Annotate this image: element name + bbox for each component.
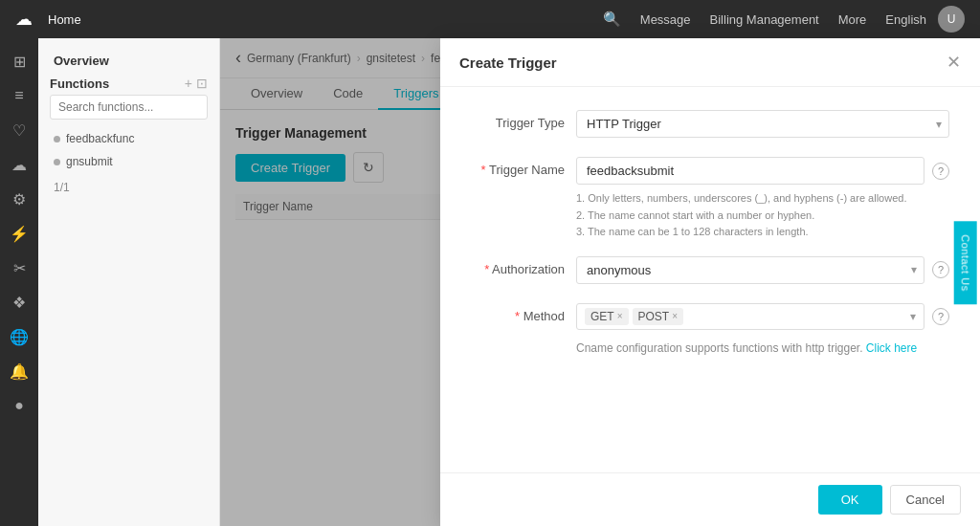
cancel-button[interactable]: Cancel <box>890 485 961 515</box>
sidebar-icon-heart[interactable]: ♡ <box>4 115 34 145</box>
trigger-name-label: * Trigger Name <box>471 157 576 177</box>
method-tag-get: GET × <box>585 308 629 325</box>
logo-icon[interactable]: ☁ <box>15 9 33 30</box>
trigger-name-help-icon[interactable]: ? <box>932 163 949 180</box>
authorization-label: * Authorization <box>471 256 576 276</box>
trigger-name-row: * Trigger Name ? <box>471 157 949 185</box>
cname-note: Cname configuration supports functions w… <box>576 341 949 355</box>
search-functions-input[interactable] <box>50 95 208 120</box>
authorization-row: * Authorization anonymous oauth ▾ ? <box>471 256 949 284</box>
function-name-gnsubmit: gnsubmit <box>66 155 113 168</box>
language-selector[interactable]: English <box>885 12 926 27</box>
trigger-name-hints: 1. Only letters, numbers, underscores (_… <box>576 190 949 241</box>
create-trigger-modal: Create Trigger ✕ Trigger Type HTTP Trigg… <box>440 38 980 526</box>
modal-header: Create Trigger ✕ <box>440 38 980 87</box>
avatar[interactable]: U <box>938 6 965 33</box>
method-help-icon[interactable]: ? <box>932 308 949 325</box>
message-link[interactable]: Message <box>640 12 691 27</box>
authorization-required-star: * <box>484 262 492 276</box>
function-name-feedbackfunc: feedbackfunc <box>66 132 134 145</box>
contact-us-button[interactable]: Contact Us <box>953 221 976 304</box>
trigger-name-control: ? <box>576 157 949 185</box>
sidebar-icon-bell[interactable]: 🔔 <box>4 356 34 386</box>
modal-close-button[interactable]: ✕ <box>947 54 961 71</box>
icon-sidebar: ⊞ ≡ ♡ ☁ ⚙ ⚡ ✂ ❖ 🌐 🔔 ● <box>0 38 38 526</box>
sidebar-icon-globe[interactable]: 🌐 <box>4 321 34 352</box>
sidebar-icon-list[interactable]: ≡ <box>4 80 34 111</box>
modal-title: Create Trigger <box>459 55 557 71</box>
pagination: 1/1 <box>38 173 219 202</box>
trigger-name-input[interactable] <box>576 157 924 185</box>
ok-button[interactable]: OK <box>818 485 882 515</box>
more-link[interactable]: More <box>838 12 867 27</box>
method-row: * Method GET × POST × ▾ ? <box>471 303 949 330</box>
overview-link[interactable]: Overview <box>38 50 219 76</box>
function-item-feedbackfunc[interactable]: feedbackfunc <box>38 127 219 150</box>
method-tag-post: POST × <box>633 308 684 325</box>
method-required-star: * <box>515 309 523 323</box>
sidebar-icon-settings[interactable]: ⚙ <box>4 184 34 214</box>
trigger-name-required-star: * <box>481 163 489 177</box>
trigger-type-select-wrapper: HTTP Trigger Timer Trigger COS Trigger ▾ <box>576 110 949 138</box>
trigger-type-control: HTTP Trigger Timer Trigger COS Trigger ▾ <box>576 110 949 138</box>
top-navigation: ☁ Home 🔍 Message Billing Management More… <box>0 0 980 38</box>
billing-management-link[interactable]: Billing Management <box>710 12 819 27</box>
cname-click-here-link[interactable]: Click here <box>866 341 917 355</box>
trigger-type-row: Trigger Type HTTP Trigger Timer Trigger … <box>471 110 949 138</box>
function-item-gnsubmit[interactable]: gnsubmit <box>38 150 219 173</box>
modal-body: Trigger Type HTTP Trigger Timer Trigger … <box>440 87 980 472</box>
trigger-type-select[interactable]: HTTP Trigger Timer Trigger COS Trigger <box>576 110 949 138</box>
left-panel: Overview Functions + ⊡ feedbackfunc gnsu… <box>38 38 220 526</box>
sidebar-icon-tree[interactable]: ❖ <box>4 287 34 318</box>
sidebar-icon-scissors[interactable]: ✂ <box>4 252 34 283</box>
sidebar-icon-cloud[interactable]: ☁ <box>4 149 34 180</box>
remove-post-tag[interactable]: × <box>672 311 678 321</box>
method-label: * Method <box>471 303 576 323</box>
modal-footer: OK Cancel <box>440 472 980 526</box>
search-icon[interactable]: 🔍 <box>603 11 621 28</box>
functions-label: Functions <box>50 77 109 91</box>
sidebar-icon-grid[interactable]: ⊞ <box>4 46 34 77</box>
add-function-icon[interactable]: + <box>185 76 192 91</box>
authorization-select[interactable]: anonymous oauth <box>576 256 924 284</box>
method-chevron-icon[interactable]: ▾ <box>910 310 916 323</box>
home-label: Home <box>48 12 81 27</box>
authorization-control: anonymous oauth ▾ ? <box>576 256 949 284</box>
more-options-icon[interactable]: ⊡ <box>196 76 208 91</box>
sidebar-icon-lightning[interactable]: ⚡ <box>4 218 34 249</box>
remove-get-tag[interactable]: × <box>617 311 623 321</box>
authorization-select-wrapper: anonymous oauth ▾ <box>576 256 924 284</box>
method-control: GET × POST × ▾ ? <box>576 303 949 330</box>
authorization-help-icon[interactable]: ? <box>932 261 949 278</box>
trigger-type-label: Trigger Type <box>471 110 576 130</box>
method-tags-container[interactable]: GET × POST × ▾ <box>576 303 924 330</box>
sidebar-icon-circle[interactable]: ● <box>4 390 34 421</box>
